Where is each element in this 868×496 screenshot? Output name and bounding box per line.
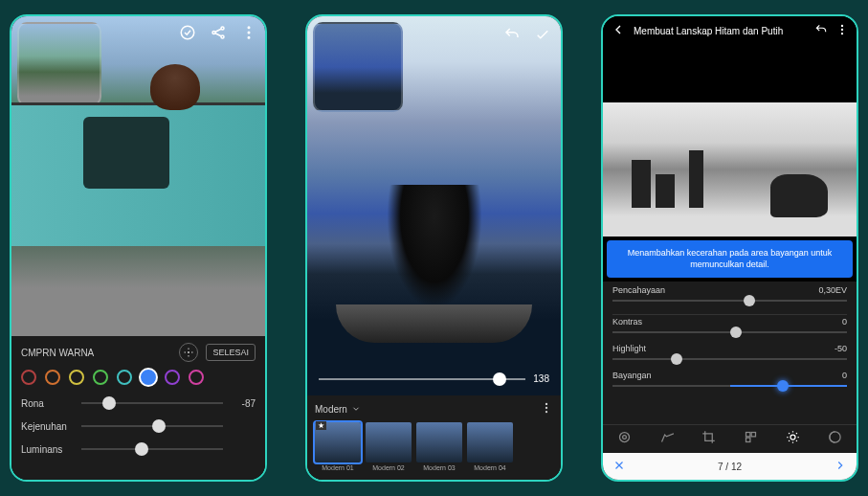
- slider-highlight[interactable]: Highlight-50: [612, 344, 847, 371]
- svg-point-12: [841, 29, 842, 30]
- close-icon[interactable]: [612, 459, 626, 474]
- header: Membuat Lanskap Hitam dan Putih: [603, 16, 857, 45]
- svg-point-9: [545, 407, 546, 408]
- slider-pencahayaan[interactable]: Pencahayaan0,30EV: [612, 285, 847, 312]
- svg-point-13: [841, 34, 842, 34]
- svg-point-15: [622, 436, 626, 440]
- swatch-1[interactable]: [45, 370, 60, 385]
- preset-category-dropdown[interactable]: Modern: [315, 404, 361, 415]
- svg-rect-18: [746, 438, 750, 441]
- color-icon[interactable]: [828, 430, 842, 448]
- panel-title: CMPRN WARNA: [21, 348, 94, 358]
- phone-3-tutorial: Membuat Lanskap Hitam dan Putih Menambah…: [601, 14, 858, 482]
- swatch-0[interactable]: [21, 370, 36, 385]
- light-sliders: Pencahayaan0,30EVKontras0Highlight-50Bay…: [603, 282, 857, 424]
- page-title: Membuat Lanskap Hitam dan Putih: [634, 26, 807, 36]
- back-icon[interactable]: [611, 22, 626, 39]
- svg-point-14: [619, 433, 629, 442]
- undo-icon[interactable]: [814, 23, 828, 38]
- photo-preview[interactable]: [603, 102, 857, 237]
- check-icon[interactable]: [534, 26, 551, 47]
- svg-point-11: [841, 25, 842, 26]
- svg-point-0: [181, 26, 194, 39]
- svg-point-6: [248, 37, 250, 39]
- swatch-5[interactable]: [141, 370, 156, 385]
- preset-modern-04[interactable]: Modern 04: [467, 422, 513, 471]
- color-swatches: [21, 370, 256, 385]
- undo-icon[interactable]: [503, 26, 521, 47]
- svg-rect-17: [751, 433, 755, 437]
- swatch-2[interactable]: [69, 370, 84, 385]
- swatch-6[interactable]: [165, 370, 180, 385]
- color-mix-panel: CMPRN WARNA SELESAI Rona-87KejenuhanLumi…: [11, 336, 265, 480]
- slider-kontras[interactable]: Kontras0: [612, 317, 847, 344]
- adjust-icon[interactable]: [617, 430, 632, 448]
- svg-point-2: [221, 27, 224, 30]
- svg-rect-16: [746, 433, 750, 437]
- heal-icon[interactable]: [659, 430, 674, 448]
- sliders-container: Rona-87KejenuhanLuminans: [21, 392, 256, 461]
- phone-2-presets: 138 Modern Modern 01Modern 02Modern 03Mo…: [305, 14, 563, 482]
- next-icon[interactable]: [834, 459, 847, 474]
- swatch-7[interactable]: [189, 370, 204, 385]
- share-icon[interactable]: [210, 24, 227, 45]
- page-indicator: 7 / 12: [626, 462, 834, 472]
- preset-modern-02[interactable]: Modern 02: [366, 422, 412, 471]
- swatch-4[interactable]: [117, 370, 132, 385]
- slider-kejenuhan[interactable]: Kejenuhan: [21, 415, 256, 438]
- original-thumbnail[interactable]: [17, 22, 101, 106]
- svg-point-7: [188, 351, 189, 353]
- original-thumbnail[interactable]: [313, 22, 403, 112]
- target-adjust-icon[interactable]: [179, 343, 198, 362]
- exposure-value: 138: [533, 373, 549, 384]
- svg-point-1: [212, 32, 215, 34]
- slider-bayangan[interactable]: Bayangan0: [612, 371, 847, 397]
- preset-modern-01[interactable]: Modern 01: [315, 422, 361, 471]
- exposure-slider[interactable]: 138: [319, 373, 549, 384]
- done-button[interactable]: SELESAI: [206, 344, 256, 361]
- svg-point-10: [545, 412, 546, 413]
- svg-point-8: [545, 403, 546, 404]
- presets-icon[interactable]: [744, 430, 758, 448]
- more-icon[interactable]: [240, 24, 257, 45]
- preset-strip: Modern 01Modern 02Modern 03Modern 04: [315, 422, 553, 471]
- tutorial-tip: Menambahkan kecerahan pada area bayangan…: [607, 240, 853, 278]
- presets-panel: Modern Modern 01Modern 02Modern 03Modern…: [307, 395, 561, 480]
- more-icon[interactable]: [835, 23, 849, 38]
- svg-point-19: [790, 435, 795, 440]
- crop-icon[interactable]: [701, 430, 716, 448]
- toolbar: [603, 424, 857, 453]
- phone-1-color-mix: CMPRN WARNA SELESAI Rona-87KejenuhanLumi…: [10, 14, 267, 482]
- svg-point-3: [221, 35, 224, 38]
- preset-modern-03[interactable]: Modern 03: [416, 422, 462, 471]
- svg-point-5: [248, 32, 250, 34]
- slider-rona[interactable]: Rona-87: [21, 392, 256, 415]
- svg-point-4: [248, 27, 250, 29]
- slider-luminans[interactable]: Luminans: [21, 438, 256, 461]
- light-icon[interactable]: [786, 430, 800, 448]
- pager: 7 / 12: [603, 453, 857, 480]
- photo-preview[interactable]: 138: [307, 16, 561, 395]
- check-icon[interactable]: [179, 24, 196, 45]
- more-icon[interactable]: [540, 401, 553, 417]
- swatch-3[interactable]: [93, 370, 108, 385]
- photo-preview[interactable]: [11, 16, 265, 336]
